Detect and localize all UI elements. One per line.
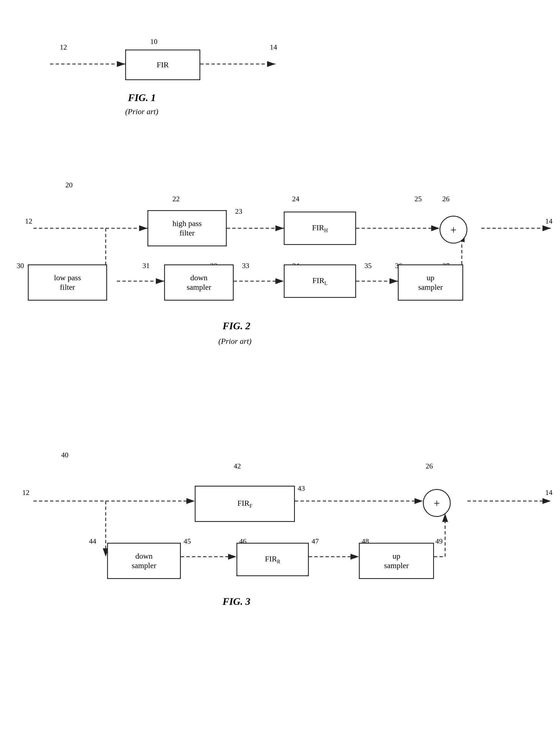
label-43: 43 xyxy=(298,484,305,493)
label-14-fig2: 14 xyxy=(545,217,552,225)
fig1-subcaption: (Prior art) xyxy=(125,107,158,116)
label-31: 31 xyxy=(142,262,150,270)
label-45: 45 xyxy=(184,537,191,546)
up-sampler-box-fig2: upsampler xyxy=(398,264,463,300)
label-33: 33 xyxy=(242,262,249,270)
label-35: 35 xyxy=(364,262,372,270)
label-42: 42 xyxy=(234,462,241,471)
fig1-title: FIG. 1 xyxy=(128,92,156,103)
fir-r-box: FIRR xyxy=(236,543,309,576)
fir-box-fig1: FIR xyxy=(125,50,200,80)
label-12-fig2: 12 xyxy=(25,217,32,225)
fig2-subcaption: (Prior art) xyxy=(218,337,251,346)
down-sampler-box-fig2: downsampler xyxy=(164,264,234,300)
label-12-fig3: 12 xyxy=(22,489,29,497)
label-26-fig3: 26 xyxy=(426,462,433,471)
label-14-fig1: 14 xyxy=(270,43,277,51)
label-14-fig3: 14 xyxy=(545,489,552,497)
low-pass-filter-box: low passfilter xyxy=(28,264,107,300)
sum-circle-fig3: + xyxy=(423,489,451,517)
label-10: 10 xyxy=(150,38,157,46)
fir-h-box: FIRH xyxy=(284,211,356,245)
label-23: 23 xyxy=(235,207,242,216)
diagram-container: 10 12 14 FIR FIG. 1 (Prior art) 20 12 22… xyxy=(0,0,560,729)
label-40: 40 xyxy=(61,451,68,459)
label-25: 25 xyxy=(415,195,422,203)
label-49: 49 xyxy=(435,537,443,546)
label-24: 24 xyxy=(292,195,299,203)
label-22: 22 xyxy=(172,195,180,203)
fir-f-box: FIRF xyxy=(195,486,295,522)
sum-circle-fig2: + xyxy=(440,216,467,243)
label-12-fig1: 12 xyxy=(60,43,67,51)
label-30: 30 xyxy=(17,262,24,270)
fir-l-box: FIRL xyxy=(284,264,356,298)
arrows-svg xyxy=(0,0,560,729)
high-pass-filter-box: high passfilter xyxy=(147,210,227,246)
label-26-fig2: 26 xyxy=(442,195,450,203)
down-sampler-box-fig3: downsampler xyxy=(107,543,181,579)
label-44: 44 xyxy=(89,537,96,546)
label-47: 47 xyxy=(312,537,319,546)
fig3-title: FIG. 3 xyxy=(223,596,250,607)
label-20: 20 xyxy=(65,181,73,189)
fig2-title: FIG. 2 xyxy=(223,320,250,332)
up-sampler-box-fig3: upsampler xyxy=(359,543,434,579)
